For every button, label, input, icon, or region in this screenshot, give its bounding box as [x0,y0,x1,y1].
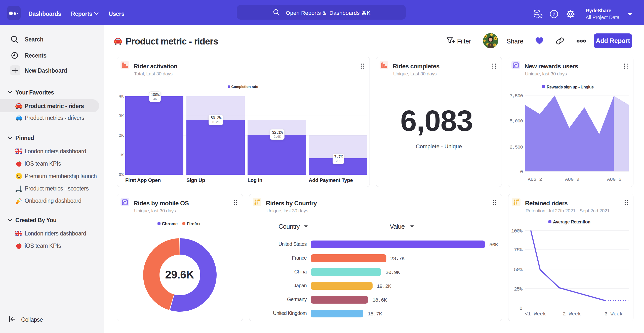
svg-text:?: ? [552,12,555,17]
